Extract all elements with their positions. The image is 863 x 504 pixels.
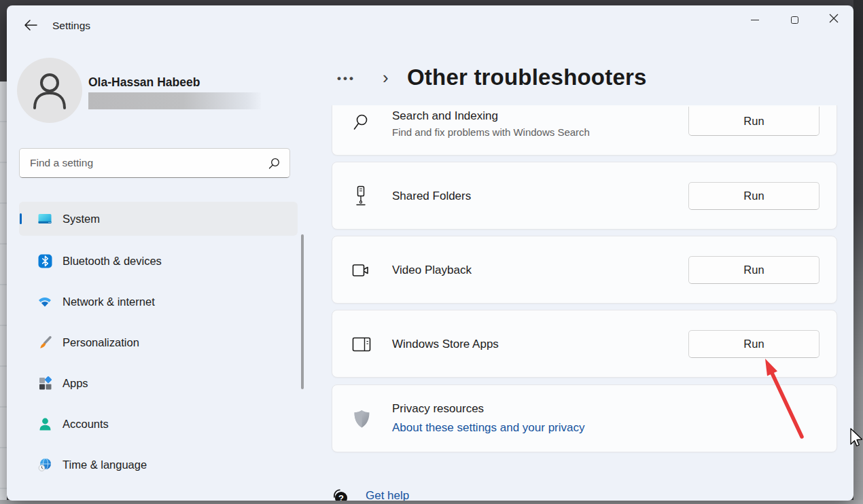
magnifier-icon: [352, 113, 370, 131]
get-help-icon: ?: [332, 488, 351, 501]
shared-folders-icon: [352, 185, 370, 206]
run-button-search-indexing[interactable]: Run: [688, 107, 820, 136]
troubleshooter-card-shared-folders: Shared Folders Run: [332, 162, 837, 230]
maximize-icon: [791, 16, 798, 24]
person-icon: [32, 71, 67, 109]
video-camera-icon: [352, 262, 371, 278]
sidebar-item-bluetooth-devices[interactable]: Bluetooth & devices: [19, 244, 298, 278]
apps-icon: [37, 376, 52, 391]
sidebar-item-label: System: [63, 213, 100, 226]
privacy-link[interactable]: About these settings and your privacy: [392, 421, 585, 435]
troubleshooter-name: Video Playback: [392, 264, 472, 277]
sidebar-scrollbar[interactable]: [301, 234, 304, 389]
maximize-button[interactable]: [775, 5, 814, 34]
sidebar-item-apps[interactable]: Apps: [19, 366, 298, 400]
troubleshooter-description: Find and fix problems with Windows Searc…: [392, 126, 590, 138]
minimize-button[interactable]: [735, 5, 775, 34]
user-name: Ola-Hassan Habeeb: [88, 75, 200, 90]
back-button[interactable]: [19, 14, 42, 36]
sidebar-item-label: Time & language: [63, 458, 147, 471]
avatar: [17, 58, 82, 123]
search-icon[interactable]: [268, 158, 280, 169]
selected-accent-pill: [20, 213, 22, 224]
store-apps-icon: [352, 337, 371, 352]
window-controls: [735, 5, 853, 34]
troubleshooter-card-video-playback: Video Playback Run: [332, 236, 837, 304]
troubleshooter-name: Windows Store Apps: [392, 338, 499, 351]
get-help-link[interactable]: Get help: [366, 489, 409, 501]
minimize-icon: [751, 20, 759, 20]
wifi-icon: [37, 294, 52, 309]
user-email-redacted: [88, 92, 261, 109]
privacy-shield-icon: [353, 410, 370, 429]
sidebar-item-label: Apps: [63, 377, 88, 390]
svg-text:?: ?: [338, 493, 344, 501]
troubleshooter-name: Shared Folders: [392, 190, 471, 203]
run-button-video-playback[interactable]: Run: [688, 256, 820, 284]
sidebar-item-label: Bluetooth & devices: [63, 255, 162, 268]
troubleshooter-name: Search and Indexing: [392, 109, 498, 123]
run-button-shared-folders[interactable]: Run: [688, 182, 820, 210]
mouse-cursor: [849, 428, 863, 448]
breadcrumb-chevron-icon: ›: [383, 67, 389, 88]
sidebar-item-label: Accounts: [63, 418, 109, 431]
sidebar-item-system[interactable]: System: [19, 202, 298, 236]
globe-clock-icon: [37, 457, 52, 472]
search-box: [19, 148, 290, 178]
page-title: Other troubleshooters: [407, 65, 647, 90]
window-title: Settings: [52, 20, 90, 32]
background-window-sliver: [0, 82, 7, 501]
troubleshooter-card-windows-store-apps: Windows Store Apps Run: [332, 310, 837, 378]
settings-window: Settings Ola-Hassan Habeeb: [7, 5, 853, 501]
paintbrush-icon: [37, 335, 52, 350]
accounts-icon: [37, 416, 52, 431]
breadcrumb-overflow-button[interactable]: •••: [337, 72, 355, 86]
troubleshooter-card-search-indexing: Search and Indexing Find and fix problem…: [332, 105, 837, 156]
back-arrow-icon: [24, 20, 37, 31]
sidebar-item-accounts[interactable]: Accounts: [19, 407, 298, 441]
sidebar-item-network-internet[interactable]: Network & internet: [19, 285, 298, 319]
close-icon: [829, 14, 839, 26]
privacy-resources-card: Privacy resources About these settings a…: [332, 384, 837, 452]
sidebar-item-label: Personalization: [63, 336, 139, 349]
close-button[interactable]: [814, 5, 853, 34]
system-icon: [37, 211, 52, 226]
sidebar-item-time-language[interactable]: Time & language: [19, 448, 298, 482]
run-button-windows-store-apps[interactable]: Run: [688, 330, 820, 358]
bluetooth-icon: [37, 253, 52, 268]
sidebar-item-personalization[interactable]: Personalization: [19, 325, 298, 359]
privacy-title: Privacy resources: [392, 402, 484, 416]
sidebar-item-label: Network & internet: [63, 295, 155, 308]
search-input[interactable]: [30, 157, 268, 169]
